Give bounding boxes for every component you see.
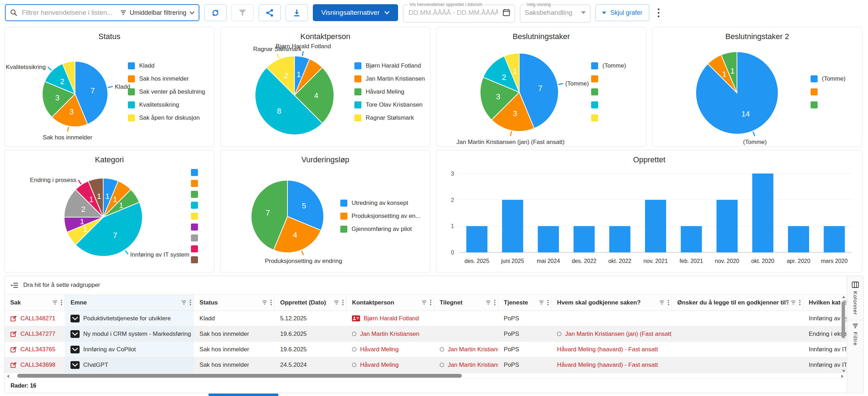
bar[interactable] <box>681 226 702 252</box>
legend-item[interactable]: Ragnar Stølsmark <box>354 114 425 121</box>
legend-item[interactable]: Utredning av konsept <box>340 200 421 207</box>
legend-item[interactable]: Bjørn Harald Fotland <box>354 62 425 69</box>
date-range-input[interactable] <box>408 8 499 17</box>
table-row[interactable]: CALL343698ChatGPTSak hos innmelder24.5.2… <box>5 357 847 373</box>
share-button[interactable] <box>259 4 281 21</box>
filter-mode-dropdown[interactable]: Umiddelbar filtrering <box>120 9 194 17</box>
column-header-godkjenner2[interactable]: Ønsker du å legge til en godkjenner til? <box>672 295 803 310</box>
person-link[interactable]: Bjørn Harald Fotland <box>364 315 419 322</box>
column-filter-icon[interactable] <box>659 300 665 305</box>
view-select-field[interactable]: Velg visning Saksbehandling <box>520 3 590 23</box>
more-options-button[interactable] <box>654 6 663 19</box>
legend-item[interactable]: Tore Olav Kristiansen <box>354 101 425 108</box>
bar[interactable] <box>538 226 559 252</box>
column-menu-icon[interactable] <box>547 300 549 306</box>
vertical-scrollbar[interactable] <box>841 296 846 372</box>
legend-item[interactable] <box>191 245 205 252</box>
legend-item[interactable] <box>191 256 205 263</box>
legend-item[interactable]: Kladd <box>128 62 205 69</box>
column-filter-icon[interactable] <box>790 300 796 305</box>
column-header-sak[interactable]: Sak <box>5 295 65 310</box>
legend-item[interactable]: Gjennomføring av pilot <box>340 226 421 233</box>
bar[interactable] <box>824 226 845 252</box>
column-menu-icon[interactable] <box>61 300 62 306</box>
row-group-dropzone[interactable]: Dra hit for å sette radgrupper <box>5 276 863 295</box>
person-link[interactable]: Håvard Meling <box>360 362 399 369</box>
scroll-up-button[interactable] <box>842 296 845 298</box>
search-input[interactable] <box>21 8 117 17</box>
legend-item[interactable]: Produksjonsetting av en... <box>340 213 421 220</box>
legend-item[interactable] <box>191 180 205 187</box>
bar[interactable] <box>645 200 666 252</box>
horizontal-scroll-thumb[interactable] <box>17 374 462 378</box>
refresh-button[interactable] <box>204 4 227 21</box>
legend-item[interactable] <box>191 224 205 231</box>
bar[interactable] <box>788 226 809 252</box>
column-filter-icon[interactable] <box>181 300 187 305</box>
download-button[interactable] <box>286 4 308 21</box>
column-menu-icon[interactable] <box>430 300 432 306</box>
legend-item[interactable] <box>591 101 637 108</box>
legend-item[interactable] <box>191 234 205 241</box>
visningsalternativer-button[interactable]: Visningsalternativer <box>313 4 398 21</box>
legend-item[interactable] <box>591 88 637 95</box>
person-link[interactable]: Jan Martin Kristiansen <box>360 331 419 338</box>
legend-item[interactable]: Sak venter på beslutning <box>128 88 205 95</box>
legend-item[interactable]: Jan Martin Kristiansen <box>354 75 425 82</box>
table-row[interactable]: CALL348271Poduktivitetstjeneste for utvi… <box>5 311 847 326</box>
legend-item[interactable] <box>811 88 853 95</box>
column-menu-icon[interactable] <box>494 300 496 306</box>
bar[interactable] <box>752 174 773 252</box>
column-header-emne[interactable]: Emne <box>65 295 194 310</box>
legend-item[interactable]: (Tomme) <box>811 75 853 82</box>
person-link[interactable]: Jan Martin Kristiansen <box>448 362 498 369</box>
search-box[interactable]: Umiddelbar filtrering <box>5 4 199 21</box>
legend-item[interactable] <box>811 101 853 108</box>
bar[interactable] <box>466 226 488 252</box>
column-menu-icon[interactable] <box>342 300 344 306</box>
case-link[interactable]: CALL347277 <box>20 331 55 338</box>
column-header-opprettet[interactable]: Opprettet (Dato) <box>274 295 346 310</box>
legend-item[interactable]: Sak åpen for diskusjon <box>128 114 205 121</box>
column-header-tjeneste[interactable]: Tjeneste <box>498 295 551 310</box>
case-link[interactable]: CALL343765 <box>20 346 55 353</box>
legend-item[interactable] <box>191 202 205 209</box>
column-filter-icon[interactable] <box>334 300 339 305</box>
column-filter-icon[interactable] <box>52 300 58 305</box>
bar[interactable] <box>574 226 595 252</box>
scroll-right-button[interactable] <box>841 375 844 378</box>
tab-filtre[interactable]: Filtre <box>847 320 863 351</box>
column-menu-icon[interactable] <box>799 300 801 306</box>
table-row[interactable]: CALL343765Innføring av CoPilotSak hos in… <box>5 342 847 357</box>
legend-item[interactable] <box>591 114 637 121</box>
bar[interactable] <box>717 200 738 252</box>
person-link[interactable]: Håvard Meling (haavard) - Fast ansatt <box>557 346 658 353</box>
person-link[interactable]: Jan Martin Kristiansen (jan) (Fast ansat… <box>565 331 671 338</box>
person-link[interactable]: Jan Martin Kristiansen <box>448 346 498 353</box>
horizontal-scrollbar[interactable] <box>5 373 847 378</box>
bar[interactable] <box>609 226 631 252</box>
legend-item[interactable]: Sak hos innmelder <box>128 75 205 82</box>
vertical-scroll-thumb[interactable] <box>842 301 845 338</box>
column-header-godkjenner[interactable]: Hvem skal godkjenne saken? <box>551 295 671 310</box>
person-link[interactable]: Håvard Meling <box>360 346 399 353</box>
case-link[interactable]: CALL348271 <box>20 315 55 322</box>
person-link[interactable]: Håvard Meling (haavard) - Fast ansatt <box>557 362 658 369</box>
column-menu-icon[interactable] <box>190 300 191 306</box>
case-link[interactable]: CALL343698 <box>20 362 55 369</box>
column-header-status[interactable]: Status <box>194 295 274 310</box>
hide-charts-button[interactable]: Skjul grafer <box>595 4 649 21</box>
column-filter-icon[interactable] <box>421 300 427 305</box>
scroll-left-button[interactable] <box>7 375 9 378</box>
clear-filter-button[interactable] <box>231 4 254 21</box>
bar[interactable] <box>502 200 523 252</box>
column-filter-icon[interactable] <box>485 300 491 305</box>
column-filter-icon[interactable] <box>262 300 267 305</box>
table-row[interactable]: CALL347277Ny modul i CRM system - Marked… <box>5 326 847 342</box>
legend-item[interactable] <box>191 213 205 220</box>
column-filter-icon[interactable] <box>539 300 544 305</box>
legend-item[interactable]: (Tomme) <box>591 62 637 69</box>
column-header-kategori[interactable]: Hvilken kategori <box>803 295 847 310</box>
legend-item[interactable] <box>191 191 205 198</box>
column-menu-icon[interactable] <box>668 300 669 306</box>
